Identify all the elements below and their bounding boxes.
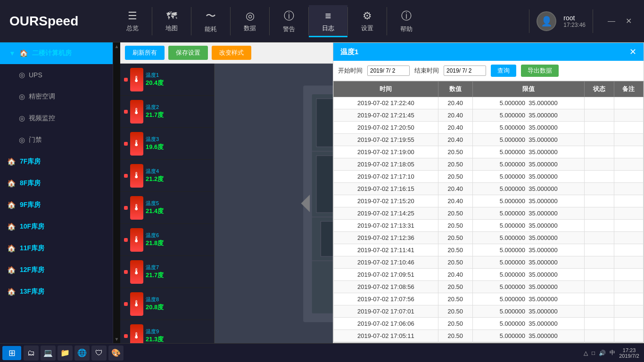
taskbar-icon-0[interactable]: 🗂	[24, 346, 39, 361]
temp-sensor-0[interactable]: 🌡 温度1 20.4度	[120, 64, 214, 96]
sidebar-item-0-3[interactable]: ◎门禁	[0, 129, 113, 151]
close-button[interactable]: ✕	[623, 15, 635, 27]
app-logo[interactable]: OURSpeed	[0, 14, 113, 29]
cell-17-4	[614, 305, 643, 318]
sidebar-item-0-0[interactable]: ◎UPS	[0, 64, 113, 86]
save-settings-button[interactable]: 保存设置	[168, 46, 208, 60]
nav-item-log[interactable]: ≡日志	[309, 5, 347, 37]
cell-20-3	[585, 342, 614, 343]
sidebar-item-0-2[interactable]: ◎视频监控	[0, 107, 113, 129]
cell-5-2: 5.000000 35.000000	[472, 158, 585, 171]
sensor-data-6: 温度7 21.7度	[146, 264, 164, 280]
cell-0-4	[614, 97, 643, 109]
overview-icon: ☰	[128, 10, 137, 22]
cell-9-4	[614, 207, 643, 220]
sys-icon-ime: 中	[610, 349, 615, 357]
nav-item-data[interactable]: ◎数据	[231, 5, 269, 37]
table-row: 2019-07-02 17:21:4520.405.000000 35.0000…	[334, 109, 644, 122]
scroll-down-button[interactable]: ▼	[115, 337, 119, 342]
cell-20-4	[614, 342, 643, 343]
temp-sensor-2[interactable]: 🌡 温度3 19.6度	[120, 128, 214, 160]
sidebar-group-5[interactable]: 🏠11F库房	[0, 238, 113, 259]
taskbar-icon-2[interactable]: 📁	[58, 346, 73, 361]
sys-icon-speaker: 🔊	[599, 350, 606, 356]
end-time-input[interactable]	[444, 66, 486, 76]
refresh-all-button[interactable]: 刷新所有	[125, 46, 165, 60]
nav-item-map[interactable]: 🗺地图	[152, 5, 191, 37]
sidebar-group-3[interactable]: 🏠9F库房	[0, 194, 113, 216]
cell-2-3	[585, 122, 614, 134]
sidebar-item-0-1[interactable]: ◎精密空调	[0, 86, 113, 107]
sensor-status-8	[124, 334, 128, 338]
taskbar-icon-5[interactable]: 🎨	[108, 346, 124, 361]
temp-sensor-1[interactable]: 🌡 温度2 21.7度	[120, 96, 214, 128]
user-time: 17:23:46	[563, 22, 586, 28]
sensor-value-4: 21.4度	[146, 207, 164, 215]
temp-sensor-6[interactable]: 🌡 温度7 21.7度	[120, 256, 214, 288]
nav-item-alert[interactable]: ⓘ警告	[270, 4, 308, 38]
taskbar-icon-3[interactable]: 🌐	[74, 346, 90, 361]
cell-2-2: 5.000000 35.000000	[472, 122, 585, 134]
sensor-data-1: 温度2 21.7度	[146, 104, 164, 119]
sidebar-group-1[interactable]: 🏠7F库房	[0, 151, 113, 173]
sidebar-group-7[interactable]: 🏠13F库房	[0, 281, 113, 303]
change-style-button[interactable]: 改变样式	[212, 46, 251, 60]
table-row: 2019-07-02 17:13:3120.505.000000 35.0000…	[334, 220, 644, 232]
cell-0-2: 5.000000 35.000000	[472, 97, 585, 109]
cell-9-0: 2019-07-02 17:14:25	[334, 207, 438, 220]
taskbar-icon-4[interactable]: 🛡	[91, 346, 107, 361]
sidebar-group-4[interactable]: 🏠10F库房	[0, 216, 113, 238]
sensor-label-3: 温度4	[146, 168, 164, 175]
sensor-data-2: 温度3 19.6度	[146, 136, 164, 151]
export-button[interactable]: 导出数据	[521, 65, 559, 77]
sensor-label-5: 温度6	[146, 232, 164, 239]
sidebar-group-2[interactable]: 🏠8F库房	[0, 173, 113, 194]
cell-10-0: 2019-07-02 17:13:31	[334, 220, 438, 232]
temp-sensor-5[interactable]: 🌡 温度6 21.8度	[120, 224, 214, 256]
sensor-value-5: 21.8度	[146, 239, 164, 247]
sensor-value-3: 21.2度	[146, 175, 164, 183]
nav-item-settings[interactable]: ⚙设置	[348, 5, 387, 37]
start-button[interactable]: ⊞	[2, 346, 21, 360]
nav-item-help[interactable]: ⓘ帮助	[387, 4, 426, 38]
start-time-label: 开始时间	[338, 66, 363, 75]
taskbar-right: △ □ 🔊 中 17:23 2019/7/2	[584, 347, 642, 359]
nav-right: 👤 root 17:23:46 — ✕	[529, 9, 644, 33]
sensor-status-2	[124, 142, 128, 146]
minimize-button[interactable]: —	[605, 15, 618, 27]
user-info: root 17:23:46	[563, 14, 586, 28]
dialog-temperature1: 温度1 ✕ 开始时间 结束时间 查询 导出数据 时间数值限值状态备注 2019-…	[333, 42, 644, 343]
sys-icon-1: △	[584, 350, 588, 356]
table-row: 2019-07-02 17:17:1020.505.000000 35.0000…	[334, 171, 644, 183]
cell-15-3	[585, 281, 614, 293]
sidebar-group-0[interactable]: ▼🏠二楼计算机房	[0, 42, 113, 64]
sidebar: ▼🏠二楼计算机房◎UPS◎精密空调◎视频监控◎门禁🏠7F库房🏠8F库房🏠9F库房…	[0, 42, 113, 343]
col-header-时间: 时间	[334, 82, 438, 97]
start-time-input[interactable]	[367, 66, 410, 76]
nav-item-energy[interactable]: 〜能耗	[191, 4, 230, 38]
taskbar-icon-1[interactable]: 💻	[41, 346, 56, 361]
cell-8-2: 5.000000 35.000000	[472, 195, 585, 207]
temp-sensor-3[interactable]: 🌡 温度4 21.2度	[120, 160, 214, 192]
query-button[interactable]: 查询	[491, 65, 516, 77]
cell-20-0: 2019-07-02 17:04:16	[334, 342, 438, 343]
scroll-up-button[interactable]: ▲	[115, 44, 119, 49]
temp-sensor-4[interactable]: 🌡 温度5 21.4度	[120, 192, 214, 224]
sensor-label-0: 温度1	[146, 72, 164, 79]
temp-sensor-8[interactable]: 🌡 温度9 21.3度	[120, 320, 214, 343]
sidebar-group-6[interactable]: 🏠12F库房	[0, 259, 113, 281]
sensor-value-6: 21.7度	[146, 271, 164, 280]
temp-sensor-7[interactable]: 🌡 温度8 20.8度	[120, 288, 214, 320]
table-row: 2019-07-02 17:11:4120.505.000000 35.0000…	[334, 244, 644, 256]
cell-13-0: 2019-07-02 17:10:46	[334, 256, 438, 269]
cell-11-0: 2019-07-02 17:12:36	[334, 232, 438, 244]
help-label: 帮助	[400, 25, 413, 33]
logo-speed: Speed	[39, 14, 78, 28]
dialog-close-button[interactable]: ✕	[629, 47, 636, 57]
table-row: 2019-07-02 17:07:5620.505.000000 35.0000…	[334, 293, 644, 305]
cell-20-1: 20.40	[438, 342, 472, 343]
col-header-数值: 数值	[438, 82, 472, 97]
cell-0-3	[585, 97, 614, 109]
nav-item-overview[interactable]: ☰总览	[113, 5, 152, 37]
cell-16-1: 20.50	[438, 293, 472, 305]
